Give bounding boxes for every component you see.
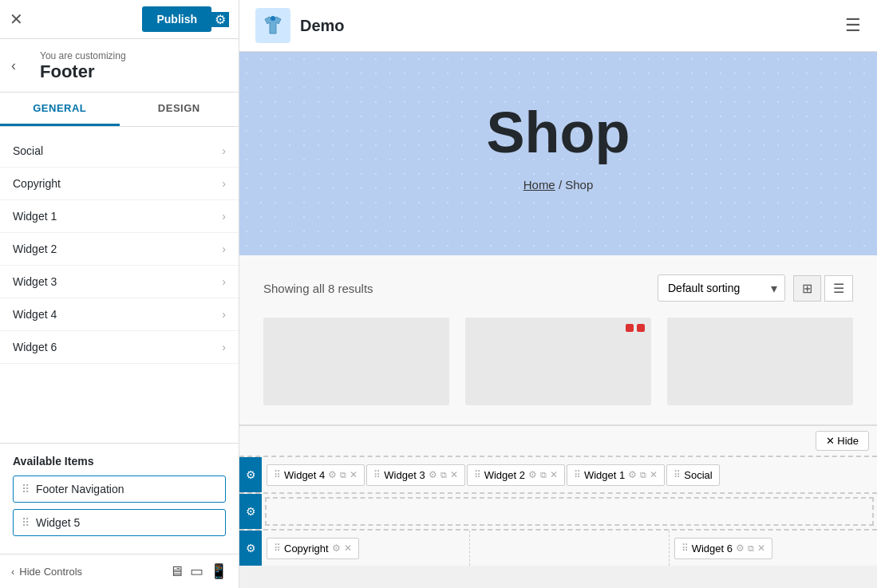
badge [637, 324, 645, 332]
widget-chip-social: ⠿ Social [666, 464, 719, 486]
gear-icon[interactable]: ⚙ [332, 543, 341, 554]
tab-general[interactable]: GENERAL [0, 93, 120, 126]
footer-row-2: ⚙ [239, 492, 877, 529]
preview-content: Shop Home / Shop Showing all 8 results D… [239, 52, 877, 588]
hide-controls-button[interactable]: ‹ Hide Controls [11, 566, 82, 578]
available-items-title: Available Items [13, 455, 226, 468]
view-toggle: ⊞ ☰ [793, 275, 853, 302]
shop-content: Showing all 8 results Default sorting ⊞ … [239, 255, 877, 424]
gear-icon[interactable]: ⚙ [628, 469, 637, 480]
chevron-icon: › [222, 243, 226, 255]
footer-overlay: ✕ Hide ⚙ ⠿ Widget 4 ⚙ ⧉ ✕ ⠿ Widget 3 [239, 424, 877, 566]
available-items-section: Available Items ⠿ Footer Navigation ⠿ Wi… [0, 443, 239, 554]
product-card [667, 318, 853, 405]
menu-item-widget3[interactable]: Widget 3 › [0, 266, 239, 298]
back-button[interactable]: ‹ [11, 57, 16, 74]
menu-item-copyright[interactable]: Copyright › [0, 168, 239, 200]
gear-icon[interactable]: ⚙ [736, 543, 745, 554]
bottom-bar: ‹ Hide Controls 🖥 ▭ 📱 [0, 554, 239, 588]
footer-row-2-empty [265, 497, 874, 526]
widget-chip-copyright: ⠿ Copyright ⚙ ✕ [267, 538, 359, 559]
copy-icon[interactable]: ⧉ [440, 470, 447, 480]
drag-handle-icon: ⠿ [681, 543, 689, 554]
drag-handle-icon: ⠿ [474, 469, 481, 480]
sort-select-wrapper: Default sorting [658, 274, 785, 302]
gear-icon[interactable]: ⚙ [429, 469, 437, 480]
chevron-icon: › [222, 275, 226, 288]
menu-item-social[interactable]: Social › [0, 135, 239, 168]
toolbar-right: Default sorting ⊞ ☰ [658, 274, 853, 302]
footer-row-handle[interactable]: ⚙ [239, 457, 262, 492]
widget-chip-widget2: ⠿ Widget 2 ⚙ ⧉ ✕ [467, 464, 565, 486]
close-button[interactable]: ✕ [10, 10, 23, 29]
desktop-view-button[interactable]: 🖥 [169, 562, 184, 580]
sub-label: You are customizing [40, 50, 226, 61]
breadcrumb: Home / Shop [255, 178, 861, 191]
copy-icon[interactable]: ⧉ [540, 470, 547, 480]
menu-item-widget4[interactable]: Widget 4 › [0, 298, 239, 331]
product-grid [263, 318, 853, 405]
footer-row3-center [470, 531, 669, 566]
chevron-icon: › [222, 210, 226, 223]
menu-item-widget6[interactable]: Widget 6 › [0, 331, 239, 364]
footer-row-3: ⚙ ⠿ Copyright ⚙ ✕ ⠿ Widget 6 ⚙ ⧉ [239, 529, 877, 566]
list-view-button[interactable]: ☰ [824, 275, 853, 302]
left-panel: ✕ Publish ⚙ ‹ You are customizing Footer… [0, 0, 239, 588]
footer-widgets-row3-right: ⠿ Widget 6 ⚙ ⧉ ✕ [670, 531, 877, 566]
footer-widgets-row1: ⠿ Widget 4 ⚙ ⧉ ✕ ⠿ Widget 3 ⚙ ⧉ ✕ ⠿ [262, 457, 877, 492]
menu-item-widget1[interactable]: Widget 1 › [0, 200, 239, 233]
grid-view-button[interactable]: ⊞ [793, 275, 821, 302]
footer-row-handle[interactable]: ⚙ [239, 494, 262, 529]
widget-chip-widget1: ⠿ Widget 1 ⚙ ⧉ ✕ [567, 464, 665, 486]
menu-item-label: Widget 3 [13, 275, 57, 288]
chevron-icon: › [222, 308, 226, 321]
remove-icon[interactable]: ✕ [550, 469, 558, 480]
hide-controls-label: Hide Controls [19, 566, 82, 578]
mobile-view-button[interactable]: 📱 [210, 562, 227, 580]
chip-label: Social [684, 469, 712, 481]
hide-bar: ✕ Hide [239, 426, 877, 456]
tshirt-icon [260, 13, 286, 38]
draggable-widget5[interactable]: ⠿ Widget 5 [13, 509, 226, 536]
hamburger-icon[interactable]: ☰ [845, 15, 861, 36]
footer-row-handle[interactable]: ⚙ [239, 531, 262, 566]
remove-icon[interactable]: ✕ [650, 469, 658, 480]
menu-item-label: Widget 1 [13, 210, 57, 223]
breadcrumb-separator: / [559, 178, 565, 191]
hide-button[interactable]: ✕ Hide [816, 431, 869, 451]
chevron-icon: › [222, 341, 226, 353]
widget-chip-widget3: ⠿ Widget 3 ⚙ ⧉ ✕ [366, 464, 464, 486]
menu-item-label: Widget 4 [13, 308, 57, 321]
gear-icon[interactable]: ⚙ [328, 469, 337, 480]
drag-handle-icon: ⠿ [373, 469, 381, 480]
view-icons: 🖥 ▭ 📱 [169, 562, 227, 580]
remove-icon[interactable]: ✕ [350, 469, 358, 480]
chevron-icon: › [222, 144, 226, 157]
chip-label: Widget 1 [584, 469, 625, 481]
chip-label: Copyright [284, 543, 329, 554]
copy-icon[interactable]: ⧉ [640, 470, 646, 480]
copy-icon[interactable]: ⧉ [748, 543, 754, 554]
sort-select[interactable]: Default sorting [658, 274, 785, 302]
remove-icon[interactable]: ✕ [757, 543, 765, 554]
tab-design[interactable]: DESIGN [120, 93, 239, 126]
brand-logo [255, 8, 290, 43]
draggable-footer-navigation[interactable]: ⠿ Footer Navigation [13, 476, 226, 503]
results-count: Showing all 8 results [263, 282, 373, 295]
remove-icon[interactable]: ✕ [450, 469, 458, 480]
settings-gear-button[interactable]: ⚙ [211, 12, 229, 27]
draggable-label: Widget 5 [36, 516, 80, 529]
breadcrumb-home-link[interactable]: Home [523, 178, 555, 191]
gear-icon[interactable]: ⚙ [528, 469, 537, 480]
tablet-view-button[interactable]: ▭ [190, 562, 203, 580]
footer-row-1: ⚙ ⠿ Widget 4 ⚙ ⧉ ✕ ⠿ Widget 3 ⚙ ⧉ ✕ [239, 456, 877, 492]
customize-info: ‹ You are customizing Footer [0, 39, 239, 93]
badge [626, 324, 634, 332]
section-title: Footer [40, 61, 226, 82]
publish-button[interactable]: Publish [142, 6, 211, 32]
left-arrow-icon: ‹ [11, 566, 14, 578]
remove-icon[interactable]: ✕ [344, 543, 352, 554]
copy-icon[interactable]: ⧉ [340, 470, 346, 480]
menu-item-widget2[interactable]: Widget 2 › [0, 233, 239, 266]
menu-list: Social › Copyright › Widget 1 › Widget 2… [0, 127, 239, 443]
